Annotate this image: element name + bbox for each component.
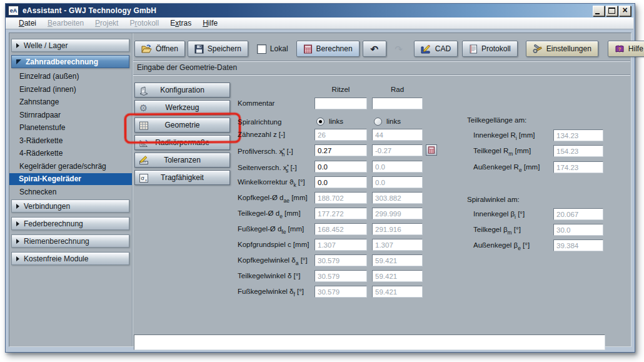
- aussenkegel-beta-input: [553, 239, 603, 251]
- winkelkorrektur-ritzel-input[interactable]: [314, 176, 367, 188]
- maximize-button[interactable]: [606, 6, 618, 16]
- protocol-document-icon: [469, 44, 478, 54]
- redo-button: ↷: [388, 41, 410, 57]
- row-teilkegelwinkel: Teilkegelwinkel δ [°]: [0, 270, 631, 282]
- row-teilkegel-beta: Teilkegel βm [°]: [0, 224, 631, 236]
- local-checkbox-group: Lokal: [257, 44, 288, 54]
- fusskegelwinkel-rad-input: [372, 286, 423, 298]
- toolbar: Öffnen Speichern Lokal Berechnen ↶ ↷ CAD…: [134, 40, 644, 58]
- cad-button[interactable]: CAD: [414, 41, 458, 57]
- help-button[interactable]: ? Hilfe: [608, 41, 644, 57]
- undo-button[interactable]: ↶: [363, 41, 387, 57]
- row-kopfkegel: Kopfkegel-Ø dae [mm]: [0, 192, 631, 204]
- screenshot: eA eAssistant - GWJ Technology GmbH Date…: [0, 0, 644, 362]
- teilkegel-beta-input: [553, 224, 603, 236]
- row-aussenkegel-beta: Außenkegel βe [°]: [0, 239, 631, 251]
- close-button[interactable]: [619, 6, 631, 16]
- menu-projekt: Projekt: [89, 19, 124, 28]
- row-spiralrichtung: Spiralrichtung links links: [0, 116, 631, 128]
- spiralrichtung-label: Spiralrichtung: [238, 116, 281, 128]
- row-kopfkegelwinkel: Kopfkegelwinkel δa [°]: [0, 254, 631, 266]
- spiralwinkel-title: Spiralwinkel am:: [467, 196, 520, 203]
- calculator-icon: [303, 44, 313, 54]
- fusskegelwinkel-ritzel-input: [314, 286, 367, 298]
- kopfkegelwinkel-ritzel-input: [314, 254, 367, 266]
- row-fusskegelwinkel: Fußkegelwinkel δf [°]: [0, 286, 631, 298]
- cad-icon: [421, 44, 431, 54]
- spiralrichtung-rad-radio[interactable]: [374, 118, 382, 126]
- kopfkegel-rad-input: [372, 192, 423, 204]
- save-button[interactable]: Speichern: [188, 41, 248, 57]
- teilkegel-r-input: [553, 145, 603, 157]
- open-folder-icon: [141, 44, 152, 54]
- open-button[interactable]: Öffnen: [134, 41, 185, 57]
- sidebar-item-einzelrad-innen[interactable]: Einzelrad (innen): [10, 84, 131, 96]
- teilkegelwinkel-ritzel-input: [314, 270, 367, 282]
- save-floppy-icon: [194, 44, 204, 54]
- kommentar-label: Kommentar: [238, 98, 274, 109]
- configuration-icon: [138, 85, 149, 96]
- protocol-button[interactable]: Protokoll: [462, 41, 518, 57]
- column-header-rad: Rad: [372, 86, 423, 93]
- window-title: eAssistant - GWJ Technology GmbH: [23, 6, 156, 15]
- sidebar-item-zahnradberechnung[interactable]: Zahnradberechnung: [11, 55, 129, 68]
- teilkegellaenge-title: Teilkegellänge am:: [467, 116, 526, 124]
- konfiguration-button[interactable]: Konfiguration: [134, 83, 230, 98]
- menu-protokoll: Protokoll: [124, 19, 164, 28]
- menu-bearbeiten: Bearbeiten: [42, 19, 89, 28]
- row-aussenkegel-r: Außenkegel Re [mm]: [0, 161, 631, 173]
- kopfkegel-ritzel-input: [314, 192, 367, 204]
- winkelkorrektur-rad-input: [372, 176, 423, 188]
- separator: [133, 61, 630, 62]
- app-icon: eA: [8, 6, 19, 16]
- kommentar-rad-input[interactable]: [372, 98, 423, 109]
- menu-hilfe[interactable]: Hilfe: [197, 19, 223, 28]
- local-checkbox[interactable]: [257, 44, 266, 54]
- column-header-ritzel: Ritzel: [314, 86, 367, 93]
- menu-bar: Datei Bearbeiten Projekt Protokoll Extra…: [6, 18, 633, 29]
- kommentar-ritzel-input[interactable]: [314, 98, 367, 109]
- title-bar: eA eAssistant - GWJ Technology GmbH: [6, 4, 633, 18]
- tools-icon: [533, 44, 543, 54]
- separator: [133, 74, 630, 76]
- radio-label: links: [386, 116, 401, 127]
- menu-extras[interactable]: Extras: [164, 19, 197, 28]
- menu-datei[interactable]: Datei: [13, 19, 42, 28]
- panel-status-label: Eingabe der Geometrie-Daten: [137, 63, 237, 72]
- minimize-button[interactable]: [593, 6, 605, 16]
- row-innenkegel-r: Innenkegel Ri [mm]: [0, 129, 631, 141]
- sidebar-item-einzelrad-aussen[interactable]: Einzelrad (außen): [10, 71, 131, 83]
- settings-button[interactable]: Einstellungen: [526, 41, 598, 57]
- sidebar-item-welle-lager[interactable]: Welle / Lager: [11, 39, 129, 52]
- calculate-button[interactable]: Berechnen: [296, 41, 360, 57]
- teilkegelwinkel-rad-input: [372, 270, 423, 282]
- message-box: [134, 334, 605, 350]
- spiralrichtung-ritzel-radio[interactable]: [316, 118, 325, 126]
- row-teilkegel-r: Teilkegel Rm [mm]: [0, 145, 631, 157]
- help-book-icon: ?: [615, 44, 625, 54]
- svg-text:?: ?: [618, 46, 621, 52]
- collapsed-arrow-icon: [16, 43, 19, 48]
- kopfkegelwinkel-rad-input: [372, 254, 423, 266]
- innenkegel-beta-input: [553, 208, 603, 220]
- innenkegel-r-input: [553, 129, 603, 141]
- aussenkegel-r-input: [553, 161, 603, 173]
- row-innenkegel-beta: Innenkegel βi [°]: [0, 208, 631, 220]
- redo-icon: ↷: [395, 44, 403, 54]
- sidebar-divider: [132, 33, 133, 346]
- undo-icon: ↶: [371, 44, 379, 54]
- expanded-arrow-icon: [16, 59, 21, 64]
- row-kommentar: Kommentar: [0, 98, 631, 109]
- radio-label: links: [329, 116, 343, 127]
- row-winkelkorrektur: Winkelkorrektur ϑk [°]: [0, 176, 631, 188]
